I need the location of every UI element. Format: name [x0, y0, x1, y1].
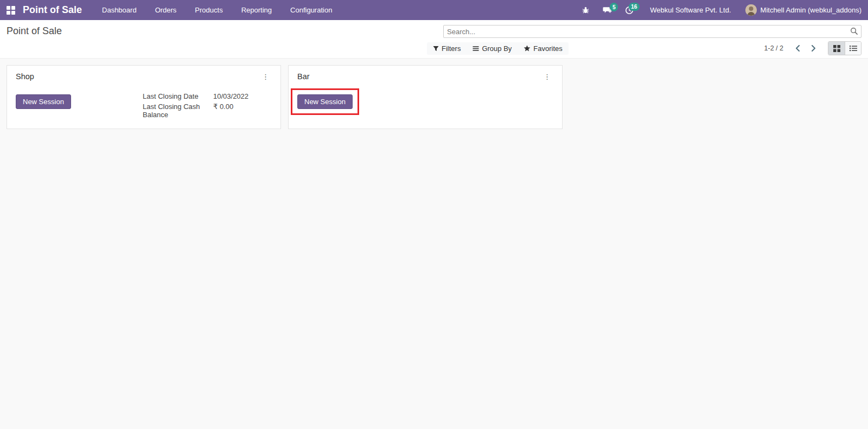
pager-previous-icon[interactable] — [791, 43, 805, 53]
new-session-button[interactable]: New Session — [16, 94, 71, 109]
card-title: Shop — [16, 72, 34, 81]
search-box — [443, 25, 861, 38]
kanban-card-bar: Bar ⋮ New Session — [288, 65, 563, 129]
field-value: ₹ 0.00 — [213, 103, 272, 121]
field-label: Last Closing Date — [143, 92, 213, 103]
menu-products[interactable]: Products — [186, 0, 232, 20]
menu-configuration[interactable]: Configuration — [281, 0, 341, 20]
menu-dashboard[interactable]: Dashboard — [93, 0, 146, 20]
favorites-label: Favorites — [533, 44, 562, 53]
search-options: Filters Group By Favorites — [427, 42, 569, 55]
card-kebab-menu-icon[interactable]: ⋮ — [259, 72, 272, 81]
control-panel: Point of Sale Filters — [0, 20, 868, 58]
avatar — [745, 4, 757, 16]
funnel-icon — [433, 46, 439, 52]
view-switcher — [828, 41, 861, 55]
field-row-last-closing-date: Last Closing Date 10/03/2022 — [143, 92, 272, 103]
apps-menu-icon[interactable] — [7, 6, 15, 15]
debug-bug-icon[interactable] — [577, 4, 594, 16]
group-by-label: Group By — [482, 44, 512, 53]
filters-button[interactable]: Filters — [427, 42, 467, 55]
user-name: Mitchell Admin (webkul_addons) — [761, 6, 861, 14]
pager-counter: 1-2 / 2 — [764, 44, 783, 52]
favorites-button[interactable]: Favorites — [518, 42, 568, 55]
top-navbar: Point of Sale Dashboard Orders Products … — [0, 0, 868, 20]
kanban-grid-icon — [833, 45, 840, 52]
company-switcher[interactable]: Webkul Software Pvt. Ltd. — [650, 6, 731, 14]
activities-badge: 16 — [629, 3, 640, 11]
kanban-card-shop: Shop ⋮ New Session Last Closing Date 10/… — [7, 65, 281, 129]
filters-label: Filters — [442, 44, 461, 53]
messages-menu[interactable]: 5 — [598, 4, 616, 16]
menu-orders[interactable]: Orders — [146, 0, 186, 20]
card-fields: Last Closing Date 10/03/2022 Last Closin… — [143, 92, 272, 121]
main-menu: Dashboard Orders Products Reporting Conf… — [93, 0, 341, 20]
star-icon — [524, 45, 531, 52]
bars-icon — [473, 46, 479, 52]
systray: 5 16 Webkul Software Pvt. Ltd. Mitchell … — [577, 4, 861, 17]
kanban-view: Shop ⋮ New Session Last Closing Date 10/… — [0, 58, 868, 429]
field-value: 10/03/2022 — [213, 92, 272, 103]
kanban-view-button[interactable] — [828, 42, 845, 55]
field-label: Last Closing Cash Balance — [143, 103, 213, 121]
bug-icon — [582, 6, 590, 14]
group-by-button[interactable]: Group By — [467, 42, 518, 55]
menu-reporting[interactable]: Reporting — [232, 0, 281, 20]
card-kebab-menu-icon[interactable]: ⋮ — [541, 72, 553, 81]
search-icon[interactable] — [850, 27, 858, 35]
field-row-last-closing-cash-balance: Last Closing Cash Balance ₹ 0.00 — [143, 103, 272, 121]
app-title: Point of Sale — [23, 4, 82, 16]
user-menu[interactable]: Mitchell Admin (webkul_addons) — [745, 4, 861, 16]
pager: 1-2 / 2 — [764, 43, 820, 53]
list-icon — [850, 45, 857, 52]
new-session-button[interactable]: New Session — [297, 94, 353, 109]
list-view-button[interactable] — [845, 42, 861, 55]
card-title: Bar — [297, 72, 310, 81]
search-input[interactable] — [443, 25, 861, 38]
pager-next-icon[interactable] — [807, 43, 820, 53]
activities-menu[interactable]: 16 — [621, 4, 638, 17]
annotation-highlight-red-box: New Session — [291, 88, 359, 115]
page-title: Point of Sale — [7, 25, 62, 37]
messages-badge: 5 — [610, 3, 618, 11]
